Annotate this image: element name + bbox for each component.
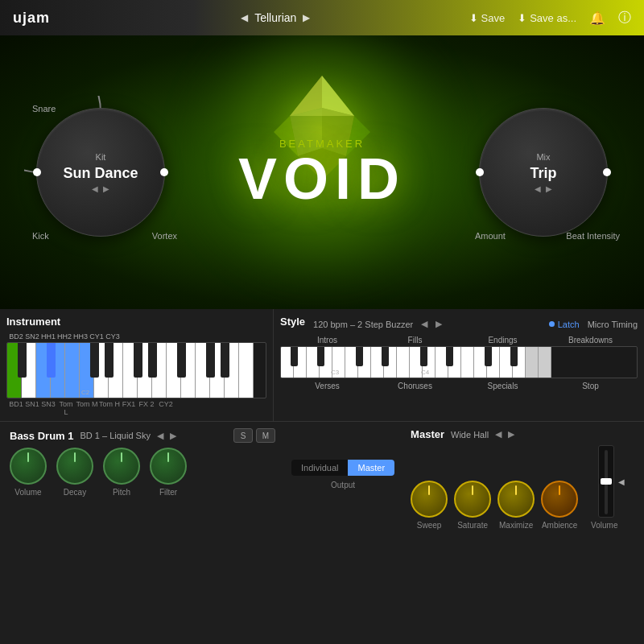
bass-drum-header: Bass Drum 1 BD 1 – Liquid Sky ◀ ▶ S M [10, 428, 275, 443]
sk1-10[interactable] [397, 347, 410, 378]
preset-prev-arrow[interactable]: ◀ [241, 12, 248, 23]
sk1-b6[interactable] [446, 347, 453, 366]
sk1-b7[interactable] [485, 347, 492, 366]
volume-fader[interactable]: ◀ [598, 445, 614, 518]
black-key-1[interactable] [18, 343, 27, 378]
output-section: Individual Master Output [282, 428, 404, 520]
sk1-b3[interactable] [356, 347, 363, 366]
latch-dot [549, 321, 555, 327]
saturate-label: Saturate [457, 521, 488, 530]
decay-knob[interactable] [56, 448, 93, 485]
style-row1-labels: Intros Fills Endings Breakdowns [280, 336, 638, 345]
kit-knob-right-dot[interactable] [160, 168, 168, 176]
label-bd2: BD2 [8, 332, 24, 341]
style-keyboard-row1[interactable]: C3 C4 [280, 346, 638, 378]
saturate-knob[interactable] [454, 481, 491, 518]
kit-knob-wrapper: Kit Sun Dance ◀ ▶ Snare Kick Vortex [24, 96, 177, 249]
black-key-3[interactable] [90, 343, 99, 378]
bd-prev[interactable]: ◀ [157, 431, 163, 441]
black-key-2[interactable] [47, 343, 56, 378]
instrument-bottom-labels: BD1 SN1 SN3 Tom L Tom M Tom H FX1 FX 2 C… [6, 398, 266, 416]
controls-row: Bass Drum 1 BD 1 – Liquid Sky ◀ ▶ S M Vo… [0, 422, 644, 526]
mix-knob-right-dot[interactable] [603, 168, 611, 176]
fader-arrow[interactable]: ◀ [618, 477, 625, 486]
style-next[interactable]: ▶ [436, 319, 442, 329]
preset-next-arrow[interactable]: ▶ [303, 12, 310, 23]
sk1-15[interactable] [461, 347, 474, 378]
label-specials: Specials [459, 382, 547, 390]
sk1-b2[interactable] [317, 347, 324, 366]
bpm-text: 120 bpm – 2 Step Buzzer [313, 320, 413, 329]
maximize-knob[interactable] [497, 481, 535, 518]
latch-control[interactable]: Latch [549, 320, 580, 329]
black-key-4[interactable] [105, 343, 114, 378]
filter-knob[interactable] [150, 448, 187, 485]
sk1-b4[interactable] [382, 347, 389, 366]
label-breakdowns: Breakdowns [547, 336, 634, 345]
mix-next-arrow[interactable]: ▶ [546, 184, 552, 193]
bell-icon[interactable]: 🔔 [589, 10, 605, 26]
label-hh2: HH2 [56, 332, 72, 341]
pitch-knob[interactable] [103, 448, 140, 485]
logo: ujam [13, 10, 50, 27]
mix-knob-left-dot[interactable] [476, 168, 484, 176]
top-bar: ujam ◀ Tellurian ▶ ⬇ Save ⬇ Save as... 🔔… [0, 0, 644, 35]
master-preset: Wide Hall [451, 430, 489, 440]
volume-knob[interactable] [10, 448, 47, 485]
top-actions: ⬇ Save ⬇ Save as... 🔔 ⓘ [469, 10, 631, 27]
blabel-sn1: SN1 [24, 400, 40, 416]
key-17[interactable] [239, 343, 254, 398]
info-icon[interactable]: ⓘ [618, 10, 631, 27]
master-button[interactable]: Master [348, 460, 394, 476]
key-5[interactable] [65, 343, 80, 398]
mix-prev-arrow[interactable]: ◀ [535, 184, 541, 193]
kit-value: Sun Dance [63, 165, 138, 182]
ambience-knob-group: Ambience [541, 481, 578, 530]
save-button[interactable]: ⬇ Save [469, 12, 506, 24]
preset-name: Tellurian [254, 11, 296, 24]
vortex-label: Vortex [152, 231, 177, 241]
m-button[interactable]: M [256, 428, 275, 443]
individual-button[interactable]: Individual [291, 460, 348, 476]
saturate-knob-group: Saturate [454, 481, 491, 530]
kit-next-arrow[interactable]: ▶ [103, 184, 109, 193]
bass-drum-controls: Bass Drum 1 BD 1 – Liquid Sky ◀ ▶ S M Vo… [10, 428, 275, 520]
sk1-21[interactable] [539, 347, 551, 378]
mix-knob-circle[interactable]: Mix Trip ◀ ▶ [479, 108, 608, 237]
blabel-tomh: Tom H [98, 400, 121, 416]
sk1-b8[interactable] [510, 347, 518, 366]
kit-knob-left-dot[interactable] [33, 168, 41, 176]
black-key-6[interactable] [148, 343, 157, 378]
pitch-knob-group: Pitch [103, 448, 140, 497]
label-cy1: CY1 [89, 332, 105, 341]
kit-label: Kit [96, 152, 106, 162]
sk1-20[interactable] [526, 347, 539, 378]
fader-handle[interactable] [601, 478, 612, 485]
ambience-knob[interactable] [541, 481, 578, 518]
sweep-knob[interactable] [411, 481, 448, 518]
style-prev[interactable]: ◀ [421, 319, 427, 329]
black-key-8[interactable] [206, 343, 215, 378]
hero-section: beatMaker VOID Kit Sun Dance ◀ ▶ Snare K… [0, 35, 644, 309]
save-as-button[interactable]: ⬇ Save as... [518, 12, 576, 24]
sk1-b5[interactable] [420, 347, 427, 366]
sk1-b1[interactable] [291, 347, 298, 366]
kit-knob-circle[interactable]: Kit Sun Dance ◀ ▶ [36, 108, 165, 237]
blabel-tomm: Tom M [76, 400, 98, 416]
master-prev[interactable]: ◀ [495, 429, 502, 440]
master-next[interactable]: ▶ [508, 429, 514, 440]
filter-label: Filter [159, 488, 177, 497]
black-key-7[interactable] [177, 343, 186, 378]
void-logo: beatMaker VOID [238, 138, 406, 208]
instrument-keyboard[interactable]: C2 [6, 342, 266, 398]
blabel-cy2: CY2 [156, 400, 175, 416]
s-button[interactable]: S [233, 428, 253, 443]
label-choruses: Choruses [371, 382, 459, 390]
pitch-label: Pitch [113, 488, 130, 497]
black-key-9[interactable] [221, 343, 229, 378]
void-text: VOID [238, 150, 406, 208]
blabel-fx2: FX 2 [137, 400, 156, 416]
bd-next[interactable]: ▶ [170, 431, 176, 441]
kit-prev-arrow[interactable]: ◀ [92, 184, 98, 193]
black-key-5[interactable] [134, 343, 142, 378]
